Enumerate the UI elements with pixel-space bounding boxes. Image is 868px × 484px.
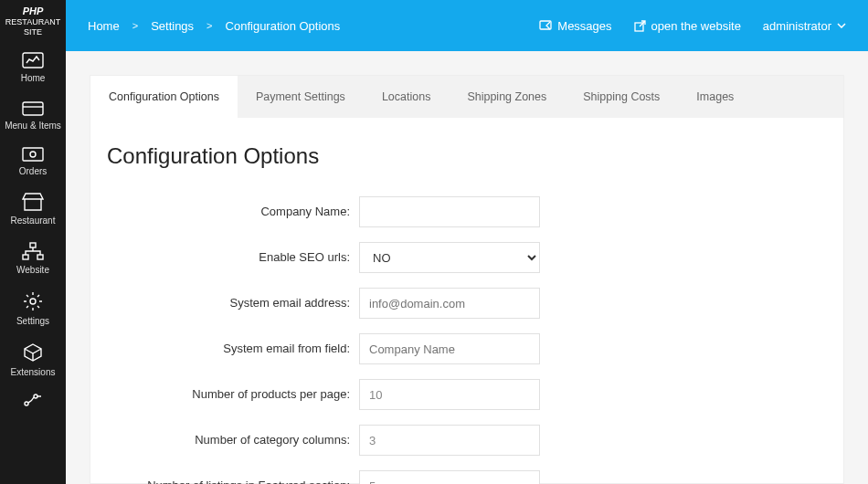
sidebar: PHP RESTAURANT SITE Home Menu & Items Or… bbox=[0, 0, 66, 484]
svg-point-3 bbox=[30, 152, 36, 157]
svg-rect-6 bbox=[37, 255, 43, 259]
tabs: Configuration Options Payment Settings L… bbox=[90, 76, 843, 118]
tab-images[interactable]: Images bbox=[678, 76, 752, 118]
crumb-current[interactable]: Configuration Options bbox=[226, 19, 341, 33]
settings-card: Configuration Options Payment Settings L… bbox=[90, 75, 844, 484]
sidebar-item-label: Orders bbox=[19, 166, 48, 176]
messages-link[interactable]: Messages bbox=[539, 19, 611, 33]
breadcrumb: Home > Settings > Configuration Options bbox=[88, 19, 340, 33]
label-cat-cols: Number of category columns: bbox=[107, 433, 359, 448]
svg-point-8 bbox=[25, 402, 28, 405]
tab-locations[interactable]: Locations bbox=[364, 76, 450, 118]
user-menu[interactable]: administrator bbox=[763, 19, 846, 33]
main: Configuration Options Payment Settings L… bbox=[66, 51, 868, 484]
sidebar-item-label: Home bbox=[21, 73, 46, 83]
menu-icon bbox=[22, 100, 44, 116]
sidebar-item-label: Menu & Items bbox=[5, 121, 61, 131]
per-page-input[interactable] bbox=[359, 379, 540, 410]
sidebar-item-more[interactable] bbox=[0, 384, 66, 414]
tab-content: Configuration Options Company Name: Enab… bbox=[90, 118, 843, 484]
page-title: Configuration Options bbox=[107, 143, 827, 169]
svg-rect-4 bbox=[30, 243, 36, 247]
svg-rect-5 bbox=[23, 255, 28, 259]
tab-configuration[interactable]: Configuration Options bbox=[90, 76, 238, 118]
seo-select[interactable]: NO bbox=[359, 242, 540, 273]
money-icon bbox=[22, 147, 44, 162]
sidebar-item-label: Website bbox=[16, 265, 49, 275]
topbar: Home > Settings > Configuration Options … bbox=[66, 0, 868, 51]
dashboard-icon bbox=[22, 52, 44, 68]
sitemap-icon bbox=[22, 242, 44, 260]
svg-rect-1 bbox=[23, 102, 43, 115]
store-icon bbox=[22, 193, 44, 211]
tab-shipping-costs[interactable]: Shipping Costs bbox=[565, 76, 678, 118]
open-website-link[interactable]: open the website bbox=[634, 19, 741, 33]
label-per-page: Number of products per page: bbox=[107, 387, 359, 403]
chevron-right-icon: > bbox=[206, 20, 212, 31]
sidebar-item-restaurant[interactable]: Restaurant bbox=[0, 184, 66, 233]
sidebar-item-extensions[interactable]: Extensions bbox=[0, 333, 66, 384]
sidebar-item-website[interactable]: Website bbox=[0, 233, 66, 282]
featured-input[interactable] bbox=[359, 470, 540, 484]
email-from-input[interactable] bbox=[359, 333, 540, 364]
crumb-settings[interactable]: Settings bbox=[151, 19, 194, 33]
label-email-from: System email from field: bbox=[107, 342, 359, 357]
cube-icon bbox=[23, 342, 43, 363]
cat-cols-input[interactable] bbox=[359, 425, 540, 456]
external-link-icon bbox=[634, 20, 646, 32]
label-email-addr: System email address: bbox=[107, 296, 359, 311]
company-name-input[interactable] bbox=[359, 196, 540, 227]
sidebar-item-label: Restaurant bbox=[11, 216, 56, 226]
sidebar-item-orders[interactable]: Orders bbox=[0, 138, 66, 184]
sidebar-item-settings[interactable]: Settings bbox=[0, 282, 66, 333]
svg-point-7 bbox=[30, 299, 36, 304]
crumb-home[interactable]: Home bbox=[88, 19, 120, 33]
branch-icon bbox=[23, 394, 43, 406]
svg-rect-2 bbox=[23, 148, 43, 161]
tab-shipping-zones[interactable]: Shipping Zones bbox=[449, 76, 565, 118]
label-seo: Enable SEO urls: bbox=[107, 250, 359, 266]
message-icon bbox=[539, 20, 552, 31]
sidebar-item-home[interactable]: Home bbox=[0, 43, 66, 90]
sidebar-item-label: Settings bbox=[16, 316, 49, 326]
label-featured: Number of listings in Featured section: bbox=[107, 479, 359, 484]
tab-payment[interactable]: Payment Settings bbox=[238, 76, 364, 118]
logo: PHP RESTAURANT SITE bbox=[0, 0, 66, 43]
chevron-down-icon bbox=[837, 23, 846, 28]
label-company-name: Company Name: bbox=[107, 205, 359, 220]
svg-point-9 bbox=[34, 395, 37, 398]
email-addr-input[interactable] bbox=[359, 288, 540, 319]
gear-icon bbox=[23, 291, 43, 311]
chevron-right-icon: > bbox=[132, 20, 138, 31]
sidebar-item-label: Extensions bbox=[11, 367, 56, 377]
sidebar-item-menu[interactable]: Menu & Items bbox=[0, 90, 66, 138]
